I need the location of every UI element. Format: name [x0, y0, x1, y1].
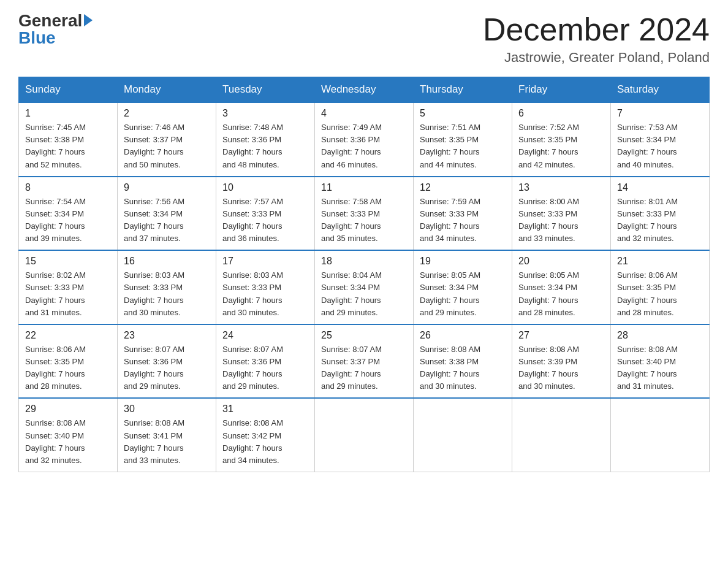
day-number: 1	[25, 108, 111, 119]
calendar-cell: 17 Sunrise: 8:03 AM Sunset: 3:33 PM Dayl…	[216, 250, 315, 324]
day-number: 12	[420, 182, 506, 193]
day-number: 2	[124, 108, 210, 119]
logo-triangle-icon	[84, 14, 93, 26]
day-info: Sunrise: 8:01 AM Sunset: 3:33 PM Dayligh…	[617, 196, 703, 245]
day-info: Sunrise: 8:08 AM Sunset: 3:40 PM Dayligh…	[25, 417, 111, 467]
day-info: Sunrise: 8:05 AM Sunset: 3:34 PM Dayligh…	[518, 269, 604, 319]
day-number: 16	[124, 256, 210, 267]
calendar-table: SundayMondayTuesdayWednesdayThursdayFrid…	[18, 77, 710, 472]
calendar-cell	[512, 398, 611, 472]
day-number: 28	[617, 330, 703, 341]
calendar-cell: 21 Sunrise: 8:06 AM Sunset: 3:35 PM Dayl…	[611, 250, 710, 324]
calendar-cell	[611, 398, 710, 472]
day-info: Sunrise: 8:07 AM Sunset: 3:37 PM Dayligh…	[321, 343, 407, 393]
location-title: Jastrowie, Greater Poland, Poland	[483, 50, 710, 66]
calendar-cell: 22 Sunrise: 8:06 AM Sunset: 3:35 PM Dayl…	[19, 324, 118, 399]
day-info: Sunrise: 8:08 AM Sunset: 3:42 PM Dayligh…	[222, 417, 308, 467]
day-number: 19	[420, 256, 506, 267]
day-number: 22	[25, 330, 111, 341]
calendar-cell: 9 Sunrise: 7:56 AM Sunset: 3:34 PM Dayli…	[118, 177, 216, 251]
calendar-cell: 5 Sunrise: 7:51 AM Sunset: 3:35 PM Dayli…	[414, 102, 512, 177]
calendar-cell: 6 Sunrise: 7:52 AM Sunset: 3:35 PM Dayli…	[512, 102, 611, 177]
logo-blue-text: Blue	[18, 29, 56, 47]
title-block: December 2024 Jastrowie, Greater Poland,…	[483, 12, 710, 66]
calendar-cell: 12 Sunrise: 7:59 AM Sunset: 3:33 PM Dayl…	[414, 177, 512, 251]
calendar-cell: 3 Sunrise: 7:48 AM Sunset: 3:36 PM Dayli…	[216, 102, 315, 177]
day-number: 15	[25, 256, 111, 267]
weekday-header-monday: Monday	[118, 77, 216, 103]
week-row-1: 1 Sunrise: 7:45 AM Sunset: 3:38 PM Dayli…	[19, 102, 710, 177]
calendar-cell: 11 Sunrise: 7:58 AM Sunset: 3:33 PM Dayl…	[315, 177, 414, 251]
day-number: 30	[124, 404, 210, 415]
calendar-cell: 1 Sunrise: 7:45 AM Sunset: 3:38 PM Dayli…	[19, 102, 118, 177]
day-number: 8	[25, 182, 111, 193]
day-info: Sunrise: 7:45 AM Sunset: 3:38 PM Dayligh…	[25, 121, 111, 171]
week-row-2: 8 Sunrise: 7:54 AM Sunset: 3:34 PM Dayli…	[19, 177, 710, 251]
day-info: Sunrise: 8:00 AM Sunset: 3:33 PM Dayligh…	[518, 196, 604, 245]
day-info: Sunrise: 7:49 AM Sunset: 3:36 PM Dayligh…	[321, 121, 407, 171]
calendar-cell: 20 Sunrise: 8:05 AM Sunset: 3:34 PM Dayl…	[512, 250, 611, 324]
day-number: 17	[222, 256, 308, 267]
day-number: 29	[25, 404, 111, 415]
calendar-cell: 8 Sunrise: 7:54 AM Sunset: 3:34 PM Dayli…	[19, 177, 118, 251]
weekday-header-friday: Friday	[512, 77, 611, 103]
calendar-cell: 19 Sunrise: 8:05 AM Sunset: 3:34 PM Dayl…	[414, 250, 512, 324]
day-info: Sunrise: 8:07 AM Sunset: 3:36 PM Dayligh…	[124, 343, 210, 393]
day-number: 11	[321, 182, 407, 193]
day-info: Sunrise: 7:52 AM Sunset: 3:35 PM Dayligh…	[518, 121, 604, 171]
calendar-cell: 2 Sunrise: 7:46 AM Sunset: 3:37 PM Dayli…	[118, 102, 216, 177]
day-number: 9	[124, 182, 210, 193]
calendar-cell: 31 Sunrise: 8:08 AM Sunset: 3:42 PM Dayl…	[216, 398, 315, 472]
day-number: 13	[518, 182, 604, 193]
weekday-header-saturday: Saturday	[611, 77, 710, 103]
day-number: 5	[420, 108, 506, 119]
day-info: Sunrise: 7:58 AM Sunset: 3:33 PM Dayligh…	[321, 196, 407, 245]
logo: General Blue	[18, 12, 93, 47]
day-number: 27	[518, 330, 604, 341]
day-info: Sunrise: 8:06 AM Sunset: 3:35 PM Dayligh…	[25, 343, 111, 393]
calendar-cell: 26 Sunrise: 8:08 AM Sunset: 3:38 PM Dayl…	[414, 324, 512, 399]
day-info: Sunrise: 7:46 AM Sunset: 3:37 PM Dayligh…	[124, 121, 210, 171]
calendar-cell: 13 Sunrise: 8:00 AM Sunset: 3:33 PM Dayl…	[512, 177, 611, 251]
calendar-cell: 16 Sunrise: 8:03 AM Sunset: 3:33 PM Dayl…	[118, 250, 216, 324]
day-number: 25	[321, 330, 407, 341]
day-number: 26	[420, 330, 506, 341]
day-number: 10	[222, 182, 308, 193]
calendar-cell: 29 Sunrise: 8:08 AM Sunset: 3:40 PM Dayl…	[19, 398, 118, 472]
day-number: 24	[222, 330, 308, 341]
day-number: 7	[617, 108, 703, 119]
weekday-header-row: SundayMondayTuesdayWednesdayThursdayFrid…	[19, 77, 710, 103]
day-info: Sunrise: 8:07 AM Sunset: 3:36 PM Dayligh…	[222, 343, 308, 393]
day-number: 20	[518, 256, 604, 267]
day-info: Sunrise: 7:51 AM Sunset: 3:35 PM Dayligh…	[420, 121, 506, 171]
day-number: 4	[321, 108, 407, 119]
week-row-4: 22 Sunrise: 8:06 AM Sunset: 3:35 PM Dayl…	[19, 324, 710, 399]
calendar-cell: 27 Sunrise: 8:08 AM Sunset: 3:39 PM Dayl…	[512, 324, 611, 399]
day-number: 23	[124, 330, 210, 341]
page-header: General Blue December 2024 Jastrowie, Gr…	[18, 12, 710, 66]
day-info: Sunrise: 7:48 AM Sunset: 3:36 PM Dayligh…	[222, 121, 308, 171]
day-number: 3	[222, 108, 308, 119]
day-info: Sunrise: 8:08 AM Sunset: 3:40 PM Dayligh…	[617, 343, 703, 393]
weekday-header-tuesday: Tuesday	[216, 77, 315, 103]
week-row-5: 29 Sunrise: 8:08 AM Sunset: 3:40 PM Dayl…	[19, 398, 710, 472]
week-row-3: 15 Sunrise: 8:02 AM Sunset: 3:33 PM Dayl…	[19, 250, 710, 324]
weekday-header-sunday: Sunday	[19, 77, 118, 103]
calendar-cell: 7 Sunrise: 7:53 AM Sunset: 3:34 PM Dayli…	[611, 102, 710, 177]
day-number: 21	[617, 256, 703, 267]
day-info: Sunrise: 8:08 AM Sunset: 3:41 PM Dayligh…	[124, 417, 210, 467]
calendar-cell: 14 Sunrise: 8:01 AM Sunset: 3:33 PM Dayl…	[611, 177, 710, 251]
calendar-cell: 23 Sunrise: 8:07 AM Sunset: 3:36 PM Dayl…	[118, 324, 216, 399]
calendar-cell	[414, 398, 512, 472]
calendar-cell: 15 Sunrise: 8:02 AM Sunset: 3:33 PM Dayl…	[19, 250, 118, 324]
calendar-cell: 4 Sunrise: 7:49 AM Sunset: 3:36 PM Dayli…	[315, 102, 414, 177]
weekday-header-wednesday: Wednesday	[315, 77, 414, 103]
calendar-cell: 30 Sunrise: 8:08 AM Sunset: 3:41 PM Dayl…	[118, 398, 216, 472]
day-info: Sunrise: 8:03 AM Sunset: 3:33 PM Dayligh…	[124, 269, 210, 319]
day-info: Sunrise: 7:59 AM Sunset: 3:33 PM Dayligh…	[420, 196, 506, 245]
calendar-cell: 10 Sunrise: 7:57 AM Sunset: 3:33 PM Dayl…	[216, 177, 315, 251]
day-info: Sunrise: 8:02 AM Sunset: 3:33 PM Dayligh…	[25, 269, 111, 319]
calendar-cell: 18 Sunrise: 8:04 AM Sunset: 3:34 PM Dayl…	[315, 250, 414, 324]
month-title: December 2024	[483, 12, 710, 47]
day-info: Sunrise: 7:54 AM Sunset: 3:34 PM Dayligh…	[25, 196, 111, 245]
